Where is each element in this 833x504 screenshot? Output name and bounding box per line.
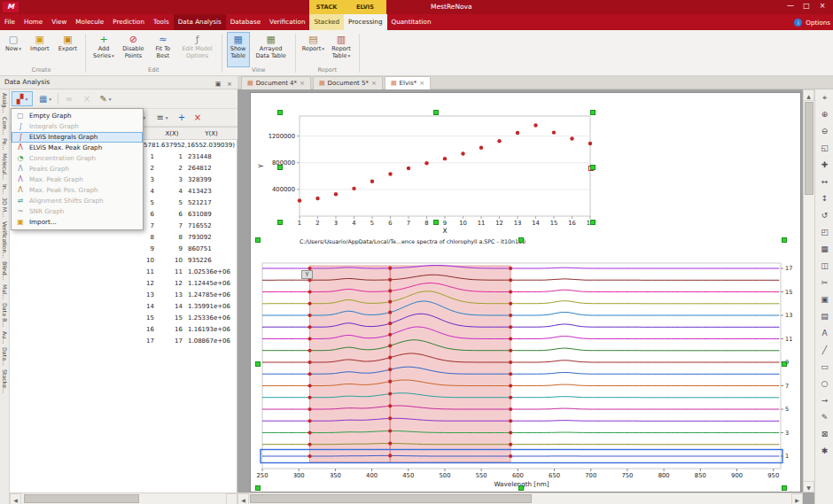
table-row[interactable]: 14141.35991e+06 bbox=[10, 301, 237, 313]
region-marker-point[interactable] bbox=[308, 349, 311, 353]
ribbon-button-report-table[interactable]: ▥Report Table▾ bbox=[328, 32, 354, 67]
region-marker-point[interactable] bbox=[509, 267, 512, 270]
menu-item-elvis-integrals-graph[interactable]: ∫ELViS Integrals Graph bbox=[12, 132, 143, 143]
data-point[interactable] bbox=[352, 187, 355, 190]
scrollbar-thumb[interactable] bbox=[24, 494, 139, 503]
menu-tab-home[interactable]: Home bbox=[19, 14, 47, 30]
region-marker-point[interactable] bbox=[308, 302, 311, 306]
table-row[interactable]: 99860751 bbox=[10, 244, 237, 255]
text-tool-icon[interactable]: A bbox=[815, 325, 833, 342]
region-marker-point[interactable] bbox=[509, 419, 512, 423]
dock-tab-molecul[interactable]: Molecul... bbox=[2, 153, 8, 180]
copy-icon[interactable]: ▣ bbox=[815, 291, 833, 308]
region-marker-point[interactable] bbox=[388, 300, 392, 304]
region-marker-point[interactable] bbox=[509, 314, 512, 317]
dock-tab-data[interactable]: Data... bbox=[2, 347, 8, 366]
data-point[interactable] bbox=[315, 197, 319, 200]
dock-tab-data-b[interactable]: Data B... bbox=[2, 303, 8, 327]
region-marker-point[interactable] bbox=[509, 396, 512, 399]
paste-icon[interactable]: ▤ bbox=[815, 308, 833, 325]
horizontal-scrollbar[interactable]: ◀ ▶ bbox=[237, 492, 803, 504]
selection-handle[interactable] bbox=[277, 220, 283, 225]
panel-horizontal-scrollbar[interactable]: ◀ bbox=[10, 492, 237, 504]
grid-icon[interactable]: ▦ bbox=[815, 241, 833, 258]
region-marker-point[interactable] bbox=[509, 372, 512, 376]
table-row[interactable]: 1010935226 bbox=[10, 255, 237, 267]
charts-svg[interactable]: 4000008000001200000123456789101112131415… bbox=[251, 93, 802, 492]
data-point[interactable] bbox=[461, 151, 464, 155]
scroll-down-button[interactable]: ▼ bbox=[803, 481, 814, 492]
ribbon-button-show-table[interactable]: ▦Show Table bbox=[227, 32, 250, 67]
ribbon-button-new[interactable]: ▢New▾ bbox=[2, 32, 25, 67]
create-graph-button[interactable]: ▞▾ bbox=[12, 91, 33, 106]
arrow-tool-icon[interactable]: → bbox=[815, 392, 833, 409]
dock-tab-in[interactable]: In... bbox=[2, 184, 8, 195]
expand-horizontal-icon[interactable]: ↔ bbox=[815, 174, 833, 190]
line-tool-icon[interactable]: ╱ bbox=[815, 342, 833, 359]
scroll-right-button[interactable] bbox=[226, 493, 237, 504]
region-marker-point[interactable] bbox=[308, 430, 311, 434]
selection-handle[interactable] bbox=[590, 110, 596, 115]
show-table-button[interactable]: ▦▾ bbox=[35, 91, 56, 106]
region-marker-point[interactable] bbox=[308, 361, 311, 364]
menu-item-import[interactable]: ▣Import... bbox=[12, 217, 143, 228]
region-marker-point[interactable] bbox=[308, 454, 311, 458]
selection-handle[interactable] bbox=[518, 237, 524, 243]
dock-tab-verification[interactable]: Verification... bbox=[2, 221, 8, 258]
ribbon-button-report[interactable]: ▤Report▾ bbox=[300, 32, 327, 67]
selection-handle[interactable] bbox=[518, 485, 524, 491]
selection-handle[interactable] bbox=[255, 485, 261, 491]
pan-icon[interactable]: ✚ bbox=[815, 157, 833, 174]
region-marker-point[interactable] bbox=[509, 430, 512, 434]
crosshair-icon[interactable]: ⌖ bbox=[815, 89, 833, 106]
menu-tab-prediction[interactable]: Prediction bbox=[108, 14, 149, 30]
menu-tab-molecule[interactable]: Molecule bbox=[71, 14, 108, 30]
data-point[interactable] bbox=[570, 136, 573, 140]
delete-series-button[interactable]: × bbox=[191, 110, 205, 125]
table-row[interactable]: 17171.08867e+06 bbox=[10, 336, 237, 347]
zoom-in-icon[interactable]: ⊕ bbox=[815, 106, 833, 123]
ribbon-button-fit-to-best[interactable]: ≈Fit To Best bbox=[150, 32, 176, 67]
selection-handle[interactable] bbox=[590, 220, 596, 225]
region-marker-point[interactable] bbox=[388, 368, 392, 371]
edit-graph-button[interactable]: ✎▾ bbox=[95, 91, 116, 106]
close-tab-icon[interactable]: × bbox=[300, 80, 305, 87]
scroll-left-button[interactable]: ◀ bbox=[237, 493, 249, 504]
data-point[interactable] bbox=[497, 139, 501, 143]
maximize-button[interactable]: □ bbox=[799, 2, 814, 10]
selection-handle[interactable] bbox=[590, 165, 596, 170]
data-point[interactable] bbox=[334, 192, 338, 196]
region-marker-point[interactable] bbox=[509, 361, 512, 364]
region-marker-point[interactable] bbox=[509, 290, 512, 293]
region-marker-point[interactable] bbox=[388, 311, 392, 314]
menu-tab-processing[interactable]: Processing bbox=[344, 14, 386, 30]
cut-icon[interactable]: ✂ bbox=[815, 275, 833, 291]
region-marker-point[interactable] bbox=[388, 289, 392, 292]
previous-zoom-icon[interactable]: ↺ bbox=[815, 207, 833, 224]
menu-item-empty-graph[interactable]: ▢Empty Graph bbox=[12, 111, 143, 121]
spectrum-trace[interactable] bbox=[262, 455, 779, 456]
region-marker-point[interactable] bbox=[388, 278, 392, 282]
options-button[interactable]: Options bbox=[806, 19, 830, 27]
selection-handle[interactable] bbox=[277, 165, 283, 170]
source-path-caption[interactable]: C:/Users/Usuario/AppData/Local/Te...ence… bbox=[300, 238, 525, 244]
scroll-right-button[interactable]: ▶ bbox=[791, 493, 803, 504]
selection-handle[interactable] bbox=[433, 220, 439, 225]
data-point[interactable] bbox=[552, 130, 556, 134]
region-marker-point[interactable] bbox=[308, 337, 311, 340]
close-tab-icon[interactable]: × bbox=[371, 80, 377, 87]
region-marker-point[interactable] bbox=[388, 429, 392, 432]
add-series-button[interactable]: + bbox=[175, 110, 189, 125]
table-row[interactable]: 12121.12445e+06 bbox=[10, 278, 237, 290]
zoom-region-icon[interactable]: ◱ bbox=[815, 140, 833, 157]
region-marker-point[interactable] bbox=[308, 325, 311, 329]
document-tab-document-5[interactable]: ▤Document 5*× bbox=[313, 76, 383, 89]
data-point[interactable] bbox=[298, 198, 301, 202]
region-marker-point[interactable] bbox=[388, 380, 392, 384]
region-marker-point[interactable] bbox=[509, 454, 512, 458]
series-list-button[interactable]: ≡▾ bbox=[152, 110, 173, 125]
region-marker-point[interactable] bbox=[308, 290, 311, 293]
region-marker-point[interactable] bbox=[509, 384, 512, 387]
pages-icon[interactable]: ◫ bbox=[815, 258, 833, 275]
region-marker-point[interactable] bbox=[308, 384, 311, 387]
